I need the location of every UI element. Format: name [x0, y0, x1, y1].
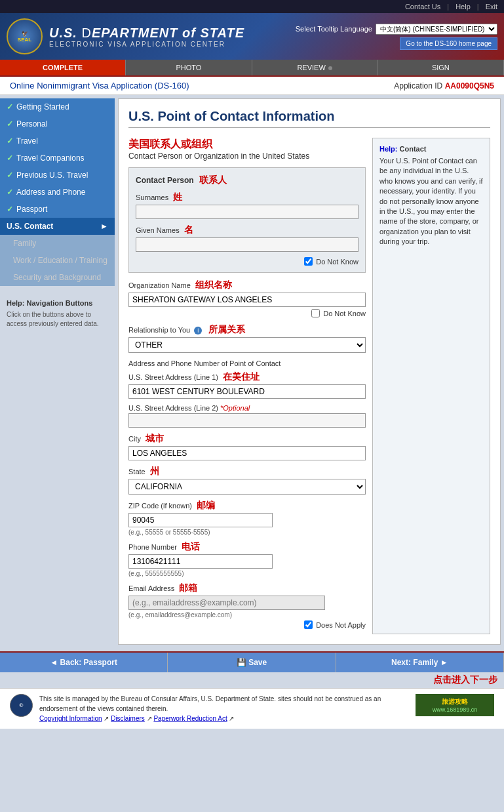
nav-tabs: COMPLETE PHOTO REVIEW SIGN	[0, 60, 504, 77]
phone-label: Phone Number 电话	[128, 541, 366, 553]
org-do-not-know-row: Do Not Know	[128, 309, 366, 317]
do-not-know-row: Do Not Know	[136, 257, 359, 266]
city-row: City 城市	[128, 433, 366, 460]
watermark-url: www.1681989.cn	[419, 706, 491, 713]
surnames-input[interactable]	[136, 205, 359, 219]
state-seal: 🦅SEAL	[7, 18, 43, 54]
zip-placeholder: (e.g., 55555 or 55555-5555)	[128, 529, 366, 536]
home-button[interactable]: Go to the DS-160 home page	[400, 37, 497, 50]
save-button[interactable]: 💾 Save	[168, 653, 336, 672]
footer-watermark: 旅游攻略 www.1681989.cn	[416, 694, 494, 716]
sidebar-label-getting-started: Getting Started	[16, 102, 69, 112]
disclaimers-link[interactable]: Disclaimers	[111, 715, 145, 722]
section-chinese-title: 美国联系人或组织	[128, 138, 366, 152]
state-row: State 州 CALIFORNIA NEW YORK TEXAS FLORID…	[128, 466, 366, 495]
check-icon: ✓	[7, 153, 13, 163]
city-input[interactable]	[128, 446, 366, 460]
email-label: Email Address 邮箱	[128, 582, 366, 594]
does-not-apply-checkbox[interactable]	[304, 620, 313, 629]
check-icon: ✓	[7, 171, 13, 180]
contact-us-link[interactable]: Contact Us	[405, 3, 440, 10]
zip-label: ZIP Code (if known) 邮编	[128, 500, 366, 512]
sidebar-label-work-education: Work / Education / Training	[13, 256, 107, 265]
email-row: Email Address 邮箱 (e.g., emailaddress@exa…	[128, 582, 366, 629]
sidebar-item-personal[interactable]: ✓ Personal	[0, 115, 115, 132]
sidebar-label-travel: Travel	[16, 136, 38, 146]
help-panel-header: Help: Contact	[379, 145, 483, 153]
sidebar-item-travel-companions[interactable]: ✓ Travel Companions	[0, 150, 115, 167]
sidebar-item-us-contact[interactable]: U.S. Contact ►	[0, 218, 115, 235]
info-icon: i	[194, 327, 202, 335]
dept-title: U.S. DEPARTMENT of STATE	[49, 26, 244, 41]
app-info-bar: Online Nonimmigrant Visa Application (DS…	[0, 77, 504, 95]
page-footer: © This site is managed by the Bureau of …	[0, 688, 504, 729]
copyright-link[interactable]: Copyright Information	[39, 715, 102, 722]
org-do-not-know-checkbox[interactable]	[311, 309, 320, 317]
sidebar-label-travel-companions: Travel Companions	[16, 153, 85, 163]
tab-sign[interactable]: SIGN	[378, 60, 504, 75]
street2-row: U.S. Street Address (Line 2) *Optional	[128, 404, 366, 428]
app-title: Online Nonimmigrant Visa Application (DS…	[10, 81, 189, 91]
check-icon: ✓	[7, 102, 13, 112]
tooltip-lang-select[interactable]: 中文(简体) (CHINESE-SIMPLIFIED)	[376, 24, 497, 35]
tab-photo[interactable]: PHOTO	[126, 60, 252, 75]
given-names-input[interactable]	[136, 237, 359, 252]
street2-label: U.S. Street Address (Line 2) *Optional	[128, 404, 366, 412]
sidebar-item-family[interactable]: Family	[0, 235, 115, 252]
address-section: Address and Phone Number of Point of Con…	[128, 359, 366, 629]
paperwork-link[interactable]: Paperwork Reduction Act	[153, 715, 227, 722]
zip-input[interactable]	[128, 513, 273, 527]
sidebar-label-passport: Passport	[16, 205, 47, 214]
back-button[interactable]: ◄ Back: Passport	[0, 653, 168, 672]
help-panel: Help: Contact Your U.S. Point of Contact…	[372, 138, 490, 634]
check-icon: ✓	[7, 136, 13, 146]
sidebar-item-address-phone[interactable]: ✓ Address and Phone	[0, 184, 115, 201]
sidebar-item-work-education[interactable]: Work / Education / Training	[0, 252, 115, 269]
contact-section: 美国联系人或组织 Contact Person or Organization …	[128, 138, 366, 161]
sidebar-item-travel[interactable]: ✓ Travel	[0, 132, 115, 150]
org-name-row: Organization Name 组织名称 Do Not Know	[128, 279, 366, 317]
does-not-apply-row: Does Not Apply	[128, 620, 366, 629]
tab-review[interactable]: REVIEW	[252, 60, 378, 75]
sidebar-label-us-contact: U.S. Contact	[7, 222, 53, 231]
content-with-help: 美国联系人或组织 Contact Person or Organization …	[128, 138, 490, 634]
next-step-note: 点击进入下一步	[0, 672, 504, 688]
tooltip-lang-label: Select Tooltip Language	[296, 25, 372, 33]
given-names-label: Given Names 名	[136, 224, 359, 236]
help-link[interactable]: Help	[456, 3, 471, 10]
street2-input[interactable]	[128, 413, 366, 428]
sidebar-help-text: Click on the buttons above to access pre…	[7, 310, 108, 329]
email-example: (e.g., emailaddress@example.com)	[128, 611, 366, 619]
phone-placeholder: (e.g., 5555555555)	[128, 570, 366, 577]
surnames-row: Surnames 姓	[136, 192, 359, 219]
phone-input[interactable]	[128, 554, 273, 569]
page-header: 🦅SEAL U.S. DEPARTMENT of STATE ELECTRONI…	[0, 13, 504, 60]
street1-label: U.S. Street Address (Line 1) 在美住址	[128, 371, 366, 383]
city-label: City 城市	[128, 433, 366, 445]
org-do-not-know-label: Do Not Know	[323, 310, 366, 317]
street1-input[interactable]	[128, 384, 366, 399]
sidebar-item-security[interactable]: Security and Background	[0, 269, 115, 286]
footer-text: This site is managed by the Bureau of Co…	[39, 694, 409, 723]
next-button[interactable]: Next: Family ►	[336, 653, 504, 672]
watermark-title: 旅游攻略	[419, 697, 491, 706]
exit-link[interactable]: Exit	[486, 3, 497, 10]
state-select[interactable]: CALIFORNIA NEW YORK TEXAS FLORIDA	[128, 479, 366, 495]
street1-row: U.S. Street Address (Line 1) 在美住址	[128, 371, 366, 399]
main-content: U.S. Point of Contact Information 美国联系人或…	[118, 98, 501, 645]
sidebar-item-passport[interactable]: ✓ Passport	[0, 201, 115, 218]
do-not-know-checkbox[interactable]	[304, 257, 313, 266]
check-icon: ✓	[7, 188, 13, 197]
sidebar-item-previous-travel[interactable]: ✓ Previous U.S. Travel	[0, 167, 115, 184]
relationship-label: Relationship to You i 所属关系	[128, 324, 366, 336]
org-name-input[interactable]	[128, 293, 366, 307]
dept-subtitle: ELECTRONIC VISA APPLICATION CENTER	[49, 41, 244, 48]
email-input[interactable]	[128, 596, 325, 610]
sidebar-help: Help: Navigation Buttons Click on the bu…	[0, 293, 115, 335]
tab-complete[interactable]: COMPLETE	[0, 60, 126, 75]
sidebar-item-getting-started[interactable]: ✓ Getting Started	[0, 98, 115, 115]
section-title: Contact Person or Organization in the Un…	[128, 152, 366, 161]
relationship-select[interactable]: OTHER FRIEND RELATIVE EMPLOYER SCHOOL	[128, 337, 366, 353]
zip-row: ZIP Code (if known) 邮编 (e.g., 55555 or 5…	[128, 500, 366, 536]
sidebar-label-address-phone: Address and Phone	[16, 188, 85, 197]
